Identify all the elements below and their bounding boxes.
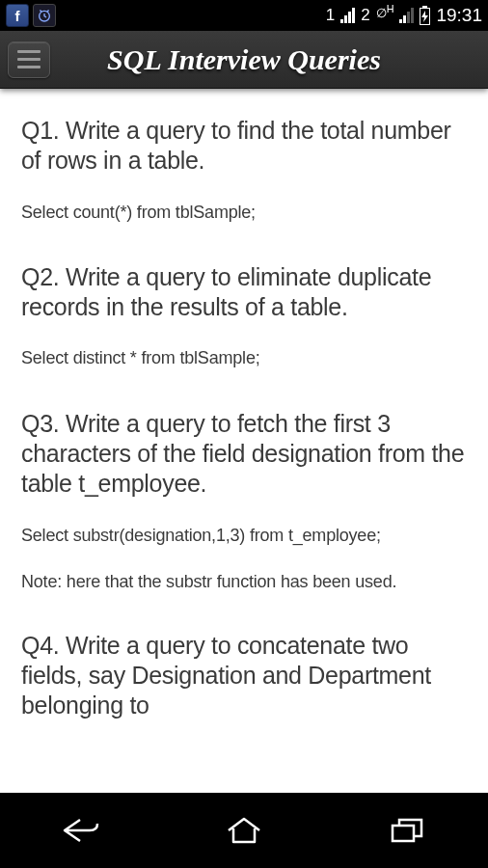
app-title: SQL Interview Queries	[50, 43, 480, 76]
android-nav-bar	[0, 793, 488, 868]
question-1: Q1. Write a query to find the total numb…	[21, 116, 467, 176]
answer-3: Select substr(designation,1,3) from t_em…	[21, 525, 467, 547]
question-3: Q3. Write a query to fetch the first 3 c…	[21, 409, 467, 500]
signal-1-icon	[340, 8, 355, 23]
battery-charging-icon	[420, 6, 430, 25]
clock-time: 19:31	[436, 5, 482, 26]
note-3: Note: here that the substr function has …	[21, 572, 467, 592]
signal-2-icon	[399, 8, 414, 23]
sim1-label: 1	[326, 6, 335, 25]
notification-alarm-icon	[33, 4, 56, 27]
android-status-bar: f 1 2 ∅H 19:31	[0, 0, 488, 31]
answer-1: Select count(*) from tblSample;	[21, 202, 467, 224]
home-button[interactable]	[215, 811, 273, 850]
back-button[interactable]	[52, 811, 110, 850]
hamburger-icon	[17, 50, 41, 53]
menu-button[interactable]	[8, 41, 50, 78]
notification-facebook-icon: f	[6, 4, 29, 27]
answer-2: Select distinct * from tblSample;	[21, 347, 467, 369]
recent-apps-button[interactable]	[378, 811, 436, 850]
question-4: Q4. Write a query to concatenate two fie…	[21, 631, 467, 721]
svg-rect-1	[393, 826, 414, 841]
app-header: SQL Interview Queries	[0, 31, 488, 89]
question-2: Q2. Write a query to eliminate duplicate…	[21, 262, 467, 323]
sim2-label: 2	[361, 6, 369, 25]
network-type-icon: ∅H	[376, 3, 394, 20]
content-scroll[interactable]: Q1. Write a query to find the total numb…	[0, 89, 488, 793]
